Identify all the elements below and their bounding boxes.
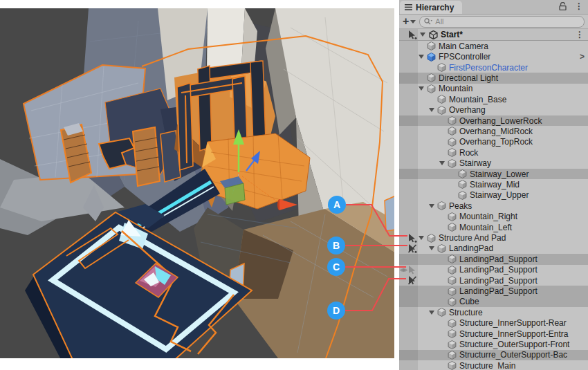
hierarchy-row-label: Rock [459,148,478,158]
tab-label: Hierarchy [416,3,454,12]
hierarchy-row[interactable]: Mountain [399,84,588,94]
hierarchy-row[interactable]: Structure And Pad [399,232,588,243]
hierarchy-row[interactable]: Stairway_Lower [399,169,588,179]
gameobject-cube-icon [448,329,457,338]
hierarchy-row[interactable]: Structure_InnerSupport-Rear [399,318,588,329]
tab-hierarchy[interactable]: Hierarchy [400,1,462,14]
hierarchy-row[interactable]: Overhang_MidRock [399,126,588,136]
hierarchy-tree: Main CameraFPSController>FirstPersonChar… [399,41,588,370]
hierarchy-row[interactable]: Overhang_LowerRock [399,115,588,126]
gameobject-cube-icon [448,255,457,263]
expand-arrow[interactable] [429,108,434,112]
hierarchy-row-label: Overhang_LowerRock [459,116,542,126]
lock-icon[interactable] [559,2,567,10]
hierarchy-row[interactable]: Structure_OuterSupport-Front [399,339,588,349]
expand-arrow[interactable] [420,33,425,37]
hierarchy-row[interactable]: FirstPersonCharacter [399,62,588,73]
hierarchy-row-label: Main Camera [439,41,488,51]
gameobject-cube-icon [448,297,457,306]
hierarchy-row[interactable]: Peaks [399,201,588,211]
gameobject-cube-icon [448,212,457,221]
gameobject-cube-icon [448,159,457,168]
hierarchy-row-label: Stairway [459,158,491,168]
hierarchy-row-label: LandingPad_Support [459,265,538,275]
expand-arrow[interactable] [429,204,434,208]
gameobject-cube-icon [448,319,457,328]
scene-name: Start* [441,30,463,39]
gameobject-cube-icon [448,351,457,360]
create-button[interactable]: + [403,16,416,27]
gameobject-cube-icon [427,234,436,243]
gameobject-cube-icon [448,340,457,349]
hierarchy-row-label: Stairway_Lower [470,169,529,179]
prefab-open-chevron[interactable]: > [580,52,588,62]
scene-menu-icon[interactable]: ⋮ [576,30,584,39]
hierarchy-row[interactable]: Cube [399,297,588,307]
hierarchy-row-label: Structurre_OuterSupport-Bac [459,350,567,360]
hierarchy-row-label: LandingPad_Support [459,286,538,296]
pickability-icon[interactable] [408,266,417,275]
pickability-icon[interactable] [408,244,417,253]
expand-arrow[interactable] [429,246,434,250]
expand-arrow[interactable] [439,161,445,165]
visibility-icon[interactable] [399,266,408,275]
hierarchy-row-label: Overhang [449,105,486,115]
hierarchy-row[interactable]: LandingPad_Support [399,275,588,286]
hierarchy-row[interactable]: Stairway_Mid [399,179,588,189]
pickability-icon[interactable] [408,234,417,243]
scene-view[interactable] [0,0,398,370]
gameobject-cube-icon [448,148,457,157]
hierarchy-row[interactable]: Mountain_Right [399,212,588,222]
hierarchy-row[interactable]: Overhang [399,104,588,115]
hierarchy-row[interactable]: Overhang_TopRock [399,137,588,147]
gameobject-cube-icon [458,191,467,200]
hierarchy-row[interactable]: Mountain_Base [399,94,588,104]
hierarchy-row[interactable]: FPSController> [399,51,588,62]
hierarchy-row[interactable]: Structure_Main [399,360,588,370]
hierarchy-row-label: Mountain_Left [459,223,512,232]
hierarchy-row[interactable]: Rock [399,147,588,158]
hierarchy-row[interactable]: Structurre_OuterSupport-Bac [399,350,588,360]
hierarchy-row[interactable]: Mountain_Left [399,222,588,232]
expand-arrow[interactable] [419,86,424,91]
gameobject-cube-icon [448,127,457,136]
hierarchy-row[interactable]: LandingPad_Support [399,265,588,275]
gameobject-cube-icon [427,41,436,50]
pickability-icon[interactable] [408,276,417,285]
create-dropdown-arrow [410,20,416,24]
hierarchy-toolbar: + All [399,15,588,29]
hierarchy-row[interactable]: Stairway_Upper [399,190,588,201]
hierarchy-row-label: Mountain [439,84,472,93]
hierarchy-row[interactable]: LandingPad_Support [399,286,588,296]
gameobject-cube-icon [448,138,457,147]
prefab-cube-icon [427,53,436,62]
hierarchy-row[interactable]: LandingPad_Support [399,254,588,264]
hierarchy-row[interactable]: Stairway [399,158,588,168]
hierarchy-row[interactable]: Main Camera [399,41,588,51]
panel-menu-icon[interactable]: ⋮ [575,2,583,10]
scene-header-row[interactable]: Start* ⋮ [399,29,588,41]
hierarchy-row-label: Cube [459,297,479,306]
gameobject-cube-icon [437,95,446,104]
gameobject-cube-icon [437,308,446,317]
gameobject-cube-icon [458,180,467,189]
expand-arrow[interactable] [419,55,424,59]
gameobject-cube-icon [448,116,457,125]
hierarchy-row[interactable]: Directional Light [399,73,588,83]
hierarchy-row[interactable]: Structure [399,307,588,317]
search-placeholder: All [435,17,443,26]
hierarchy-row-label: LandingPad [449,243,493,253]
gameobject-cube-icon [427,84,436,93]
expand-arrow[interactable] [419,236,424,240]
hierarchy-row-label: Stairway_Upper [470,190,529,200]
pickability-icon[interactable] [408,30,417,39]
stairway-block-2 [133,127,160,186]
hierarchy-row[interactable]: Structure_InnerSupport-Entra [399,329,588,339]
search-input[interactable]: All [419,16,585,28]
hierarchy-row-label: Structure And Pad [439,233,506,243]
expand-arrow[interactable] [429,311,434,315]
gameobject-cube-icon [448,276,457,285]
hierarchy-row[interactable]: LandingPad [399,243,588,254]
gameobject-cube-icon [437,106,446,115]
gameobject-cube-icon [437,201,446,210]
